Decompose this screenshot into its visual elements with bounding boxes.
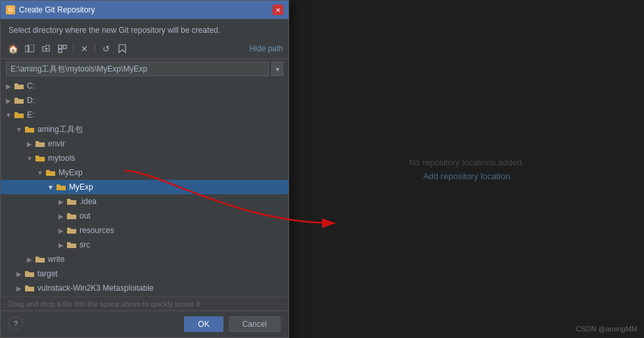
toolbar-separator bbox=[73, 43, 74, 54]
delete-button[interactable]: ✕ bbox=[77, 41, 91, 56]
svg-rect-2 bbox=[58, 45, 62, 49]
tree-label-e: E: bbox=[27, 110, 34, 119]
expand-arrow-vulnstack1[interactable]: ▶ bbox=[14, 285, 24, 292]
expand-arrow-envir[interactable]: ▶ bbox=[24, 140, 35, 148]
dialog-hint: Drag and drop a file into the space abov… bbox=[1, 297, 288, 310]
tree-label-vulnstack1: vulnstack-Win2K3 Metasploitable bbox=[37, 284, 154, 293]
folder-icon-aming bbox=[24, 125, 35, 133]
help-button[interactable]: ? bbox=[9, 316, 23, 331]
tree-label-myexp2: MyExp bbox=[69, 182, 93, 192]
toolbar: 🏠 ✕ ↺ Hide path bbox=[1, 39, 288, 59]
tree-label-target: target bbox=[37, 269, 58, 278]
folder-icon-e bbox=[14, 111, 24, 119]
expand-arrow-resources[interactable]: ▶ bbox=[56, 227, 66, 234]
tree-item-aming[interactable]: ▼ aming工具包 bbox=[1, 122, 288, 137]
collapse-all-button[interactable] bbox=[55, 41, 70, 56]
folder-icon-mytools bbox=[35, 154, 45, 162]
expand-arrow-mytools[interactable]: ▼ bbox=[24, 155, 35, 162]
folder-icon-write bbox=[35, 255, 45, 263]
dialog-title: G Create Git Repository bbox=[6, 5, 95, 14]
hide-path-button[interactable]: Hide path bbox=[250, 44, 283, 53]
create-git-repository-dialog: G Create Git Repository ✕ Select directo… bbox=[0, 0, 289, 338]
expand-arrow-write[interactable]: ▶ bbox=[24, 256, 35, 263]
dialog-description: Select directory where the new Git repos… bbox=[1, 19, 288, 39]
path-row: ▾ bbox=[1, 59, 288, 79]
tree-item-idea[interactable]: ▶ .idea bbox=[1, 194, 288, 209]
dialog-buttons: ? OK Cancel bbox=[1, 310, 288, 337]
folder-icon-target bbox=[24, 270, 35, 278]
svg-rect-3 bbox=[63, 45, 66, 49]
parent-folder-button[interactable] bbox=[39, 41, 53, 56]
new-folder-button[interactable] bbox=[22, 41, 37, 56]
folder-icon-c bbox=[14, 82, 24, 90]
folder-icon-src bbox=[66, 241, 77, 249]
home-button[interactable]: 🏠 bbox=[6, 41, 20, 56]
expand-arrow-myexp1[interactable]: ▼ bbox=[35, 169, 45, 177]
expand-arrow-myexp2[interactable]: ▼ bbox=[45, 184, 56, 191]
tree-label-envir: envir bbox=[48, 139, 65, 148]
folder-icon-out bbox=[66, 212, 77, 220]
tree-item-myexp1[interactable]: ▼ MyExp bbox=[1, 165, 288, 180]
dialog-body: Select directory where the new Git repos… bbox=[1, 19, 288, 337]
folder-icon-envir bbox=[35, 140, 45, 148]
tree-item-d[interactable]: ▶ D: bbox=[1, 93, 288, 108]
tree-item-mytools[interactable]: ▼ mytools bbox=[1, 151, 288, 165]
close-button[interactable]: ✕ bbox=[273, 5, 283, 15]
tree-label-idea: .idea bbox=[80, 197, 97, 206]
ok-button[interactable]: OK bbox=[184, 316, 223, 332]
folder-icon-d bbox=[14, 96, 24, 104]
expand-arrow-target[interactable]: ▶ bbox=[14, 270, 24, 278]
expand-arrow-out[interactable]: ▶ bbox=[56, 213, 66, 220]
refresh-button[interactable]: ↺ bbox=[99, 41, 113, 56]
tree-item-resources[interactable]: ▶ resources bbox=[1, 223, 288, 238]
tree-item-out[interactable]: ▶ out bbox=[1, 209, 288, 223]
path-dropdown-button[interactable]: ▾ bbox=[271, 62, 283, 76]
expand-arrow-aming[interactable]: ▼ bbox=[14, 126, 24, 133]
tree-label-aming: aming工具包 bbox=[37, 124, 83, 135]
dialog-title-text: Create Git Repository bbox=[19, 5, 95, 14]
tree-label-resources: resources bbox=[80, 226, 114, 235]
tree-item-myexp2[interactable]: ▼ MyExp bbox=[1, 180, 288, 194]
tree-label-c: C: bbox=[27, 81, 35, 91]
expand-arrow-idea[interactable]: ▶ bbox=[56, 198, 66, 205]
tree-label-mytools: mytools bbox=[48, 154, 75, 163]
folder-icon-vulnstack1 bbox=[24, 284, 35, 292]
tree-item-target[interactable]: ▶ target bbox=[1, 266, 288, 281]
expand-arrow-src[interactable]: ▶ bbox=[56, 242, 66, 249]
tree-item-envir[interactable]: ▶ envir bbox=[1, 137, 288, 151]
tree-item-c[interactable]: ▶ C: bbox=[1, 79, 288, 93]
svg-rect-4 bbox=[58, 49, 62, 53]
dialog-titlebar: G Create Git Repository ✕ bbox=[1, 1, 288, 19]
toolbar-separator-2 bbox=[95, 43, 95, 54]
tree-label-out: out bbox=[80, 211, 91, 221]
watermark: CSDN @amingMM bbox=[576, 325, 637, 333]
expand-arrow-c[interactable]: ▶ bbox=[3, 83, 14, 90]
tree-item-src[interactable]: ▶ src bbox=[1, 238, 288, 252]
tree-label-d: D: bbox=[27, 96, 35, 105]
folder-icon-myexp2 bbox=[56, 183, 66, 191]
file-tree[interactable]: ▶ C: ▶ D: ▼ bbox=[1, 79, 288, 297]
expand-arrow-d[interactable]: ▶ bbox=[3, 97, 14, 104]
tree-item-vulnstack1[interactable]: ▶ vulnstack-Win2K3 Metasploitable bbox=[1, 281, 288, 295]
tree-label-write: write bbox=[48, 255, 64, 264]
bookmark-button[interactable] bbox=[115, 41, 129, 56]
tree-item-e[interactable]: ▼ E: bbox=[1, 108, 288, 122]
path-input[interactable] bbox=[6, 62, 269, 76]
expand-arrow-e[interactable]: ▼ bbox=[3, 112, 14, 119]
git-icon: G bbox=[6, 5, 15, 14]
cancel-button[interactable]: Cancel bbox=[229, 316, 281, 332]
folder-icon-myexp1 bbox=[45, 169, 56, 177]
tree-label-src: src bbox=[80, 240, 90, 249]
folder-icon-resources bbox=[66, 226, 77, 234]
tree-label-myexp1: MyExp bbox=[58, 168, 83, 177]
folder-icon-idea bbox=[66, 198, 77, 205]
tree-item-write[interactable]: ▶ write bbox=[1, 252, 288, 266]
